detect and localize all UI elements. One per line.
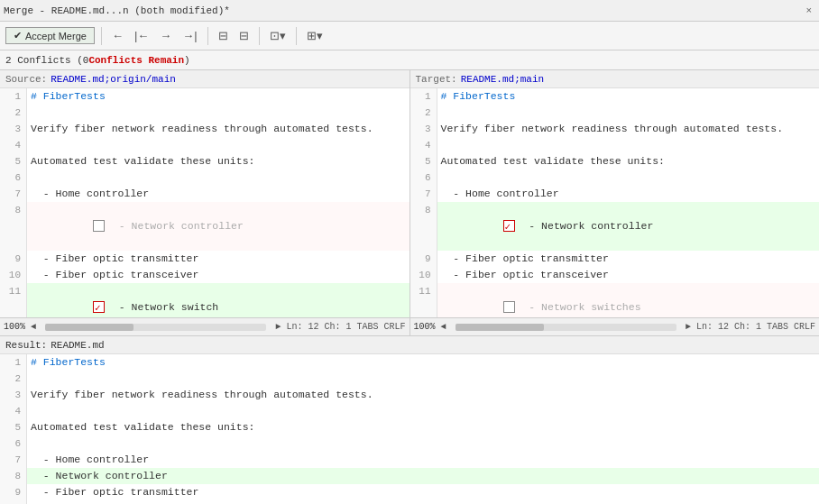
- options-button[interactable]: ⊞▾: [303, 27, 327, 44]
- toolbar-separator-2: [207, 27, 208, 45]
- target-checkbox-11[interactable]: [503, 301, 515, 313]
- source-ch: Ch: 1: [324, 322, 351, 332]
- result-line-9: 9 - Fiber optic transmitter: [0, 484, 819, 500]
- toolbar-separator: [101, 27, 102, 45]
- source-line-11: 11 - Network switch: [0, 283, 410, 317]
- result-line-6: 6: [0, 435, 819, 452]
- result-line-4: 4: [0, 403, 819, 419]
- result-line-3: 3 Verify fiber network readiness through…: [0, 387, 819, 403]
- nav-prev-button[interactable]: ←: [108, 27, 127, 44]
- close-button[interactable]: ×: [802, 5, 815, 16]
- source-line-9: 9 - Fiber optic transmitter: [0, 251, 410, 267]
- target-ch: Ch: 1: [734, 322, 761, 332]
- source-line-7: 7 - Home controller: [0, 186, 410, 202]
- target-zoom: 100%: [414, 322, 436, 332]
- source-ln: Ln: 12: [286, 322, 318, 332]
- source-line-3: 3 Verify fiber network readiness through…: [0, 121, 410, 137]
- source-zoom: 100%: [4, 322, 25, 332]
- view-button[interactable]: ⊡▾: [266, 27, 290, 44]
- result-line-5: 5 Automated test validate these units:: [0, 419, 819, 435]
- target-eol: CRLF: [794, 322, 815, 332]
- source-line-5: 5 Automated test validate these units:: [0, 153, 410, 170]
- target-scrollbar[interactable]: [456, 324, 676, 331]
- target-line-6: 6: [410, 170, 820, 186]
- result-line-7: 7 - Home controller: [0, 452, 819, 468]
- accept-merge-icon: ✔: [14, 30, 22, 41]
- source-label: Source:: [5, 74, 47, 85]
- source-eol: CRLF: [383, 322, 405, 332]
- target-editor[interactable]: 1 # FiberTests 2 3 Verify fiber network …: [410, 88, 820, 317]
- target-line-3: 3 Verify fiber network readiness through…: [410, 121, 820, 137]
- source-checkbox-11[interactable]: [93, 301, 105, 313]
- source-scroll-left[interactable]: ◄: [31, 322, 36, 332]
- source-line-2: 2: [0, 105, 410, 121]
- conflicts-bar: 2 Conflicts (0 Conflicts Remain): [0, 50, 819, 70]
- source-editor[interactable]: 1 # FiberTests 2 3 Verify fiber network …: [0, 88, 410, 317]
- target-pane: Target: README.md;main 1 # FiberTests 2 …: [410, 70, 820, 335]
- editors-container: Source: README.md;origin/main 1 # FiberT…: [0, 70, 819, 336]
- target-line-4: 4: [410, 137, 820, 153]
- target-line-7: 7 - Home controller: [410, 186, 820, 202]
- result-editor[interactable]: 1 # FiberTests 2 3 Verify fiber network …: [0, 354, 819, 504]
- result-header: Result: README.md: [0, 336, 819, 354]
- target-line-11: 11 - Network switches: [410, 283, 820, 317]
- accept-merge-label: Accept Merge: [25, 31, 87, 41]
- target-scroll-left[interactable]: ◄: [441, 322, 446, 332]
- result-line-10: 10 - Fiber optic transceiver: [0, 500, 819, 504]
- result-line-1: 1 # FiberTests: [0, 354, 819, 371]
- split-button[interactable]: ⊟: [215, 27, 232, 44]
- source-pane: Source: README.md;origin/main 1 # FiberT…: [0, 70, 410, 335]
- nav-first-button[interactable]: |←: [131, 27, 152, 44]
- target-line-9: 9 - Fiber optic transmitter: [410, 251, 820, 267]
- conflicts-remain-text: Conflicts Remain: [88, 55, 184, 66]
- toolbar-separator-4: [296, 27, 297, 45]
- result-line-8: 8 - Network controller: [0, 468, 819, 484]
- source-value: README.md;origin/main: [51, 74, 176, 85]
- conflicts-close: ): [184, 55, 190, 66]
- target-scroll-right[interactable]: ►: [686, 322, 691, 332]
- source-tabs: TABS: [356, 322, 378, 332]
- source-scroll-right[interactable]: ►: [275, 322, 281, 332]
- toolbar: ✔ Accept Merge ← |← → →| ⊟ ⊟ ⊡▾ ⊞▾: [0, 22, 819, 50]
- accept-merge-button[interactable]: ✔ Accept Merge: [5, 27, 95, 44]
- target-tabs: TABS: [767, 322, 788, 332]
- target-status-bar: 100% ◄ ► Ln: 12 Ch: 1 TABS CRLF: [410, 317, 820, 335]
- result-area: Result: README.md 1 # FiberTests 2 3 Ver…: [0, 336, 819, 504]
- source-line-1: 1 # FiberTests: [0, 88, 410, 105]
- split-button-2[interactable]: ⊟: [235, 27, 253, 44]
- target-value: README.md;main: [461, 74, 544, 85]
- target-line-10: 10 - Fiber optic transceiver: [410, 267, 820, 283]
- target-label: Target:: [416, 74, 457, 85]
- nav-next-button[interactable]: →: [156, 27, 175, 44]
- target-line-1: 1 # FiberTests: [410, 88, 820, 105]
- source-line-10: 10 - Fiber optic transceiver: [0, 267, 410, 283]
- source-status-bar: 100% ◄ ► Ln: 12 Ch: 1 TABS CRLF: [0, 317, 410, 335]
- target-header: Target: README.md;main: [410, 70, 820, 88]
- source-header: Source: README.md;origin/main: [0, 70, 410, 88]
- nav-last-button[interactable]: →|: [179, 27, 200, 44]
- target-line-8: 8 - Network controller: [410, 202, 820, 251]
- target-ln: Ln: 12: [696, 322, 729, 332]
- source-scrollbar[interactable]: [45, 324, 266, 331]
- result-value: README.md: [51, 340, 104, 351]
- target-line-5: 5 Automated test validate these units:: [410, 153, 820, 170]
- toolbar-separator-3: [259, 27, 260, 45]
- source-line-6: 6: [0, 170, 410, 186]
- conflicts-count: 2 Conflicts (0: [5, 55, 88, 66]
- source-line-8: 8 - Network controller: [0, 202, 410, 251]
- source-line-4: 4: [0, 137, 410, 153]
- result-label: Result:: [5, 340, 47, 351]
- result-line-2: 2: [0, 371, 819, 387]
- title-bar: Merge - README.md...n (both modified)* ×: [0, 0, 819, 22]
- source-checkbox-8[interactable]: [93, 220, 105, 232]
- title-bar-title: Merge - README.md...n (both modified)*: [4, 5, 802, 16]
- target-checkbox-8[interactable]: [503, 220, 515, 232]
- target-line-2: 2: [410, 105, 820, 121]
